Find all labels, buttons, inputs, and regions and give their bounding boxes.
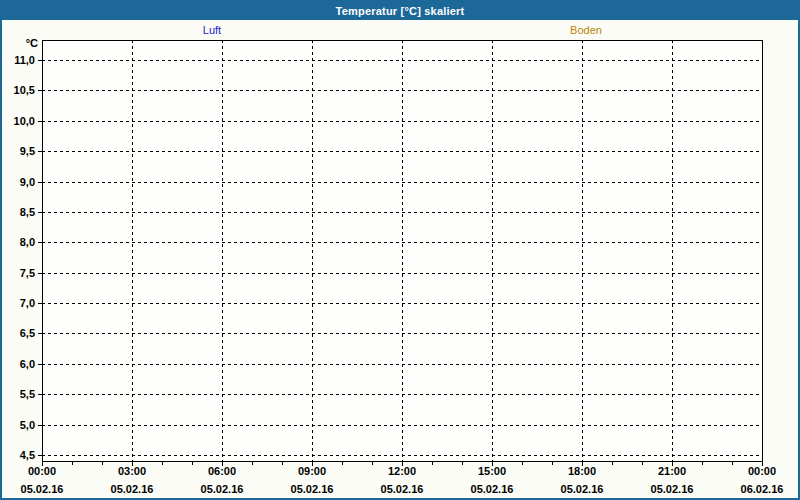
y-tick-label: 6,0 [2, 359, 35, 370]
y-tick-label: 8,0 [2, 237, 35, 248]
x-time-label: 12:00 [370, 466, 434, 477]
chart-window: Temperatur [°C] skaliert Luft Boden °C 1… [0, 0, 800, 500]
plot-area [2, 2, 798, 498]
x-date-label: 05.02.16 [460, 484, 524, 495]
y-tick-label: 6,5 [2, 328, 35, 339]
y-tick-label: 4,5 [2, 450, 35, 461]
x-date-label: 05.02.16 [10, 484, 74, 495]
y-tick-label: 9,5 [2, 146, 35, 157]
y-tick-label: 5,5 [2, 389, 35, 400]
x-date-label: 05.02.16 [280, 484, 344, 495]
x-time-label: 00:00 [10, 466, 74, 477]
x-date-label: 05.02.16 [190, 484, 254, 495]
x-time-label: 15:00 [460, 466, 524, 477]
y-tick-label: 10,0 [2, 116, 35, 127]
y-tick-label: 9,0 [2, 177, 35, 188]
x-time-label: 21:00 [640, 466, 704, 477]
y-tick-label: 8,5 [2, 207, 35, 218]
x-date-label: 05.02.16 [100, 484, 164, 495]
x-time-label: 09:00 [280, 466, 344, 477]
x-date-label: 05.02.16 [550, 484, 614, 495]
x-time-label: 18:00 [550, 466, 614, 477]
y-tick-label: 10,5 [2, 85, 35, 96]
x-date-label: 05.02.16 [640, 484, 704, 495]
y-tick-label: 11,0 [2, 55, 35, 66]
x-time-label: 03:00 [100, 466, 164, 477]
x-time-label: 06:00 [190, 466, 254, 477]
x-time-label: 00:00 [730, 466, 794, 477]
y-tick-label: 7,5 [2, 268, 35, 279]
x-date-label: 05.02.16 [370, 484, 434, 495]
x-date-label: 06.02.16 [730, 484, 794, 495]
y-tick-label: 5,0 [2, 420, 35, 431]
y-tick-label: 7,0 [2, 298, 35, 309]
